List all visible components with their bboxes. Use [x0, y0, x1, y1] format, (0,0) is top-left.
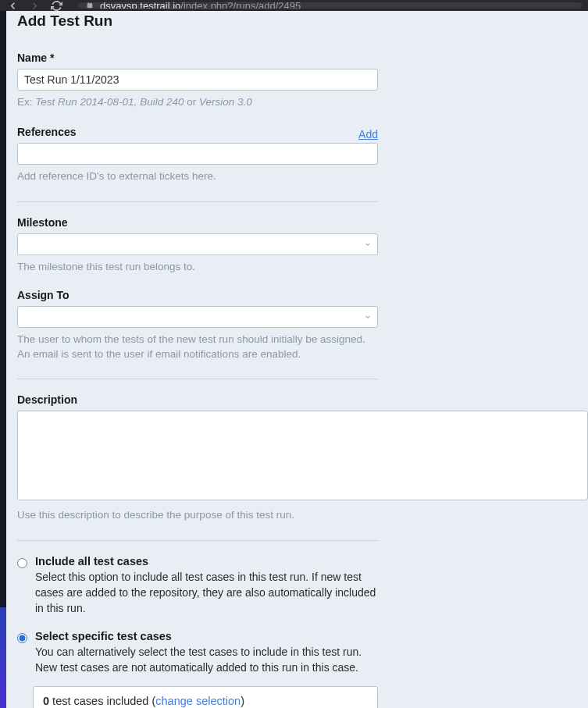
- left-nav-strip: [0, 11, 6, 708]
- description-help: Use this description to describe the pur…: [17, 508, 376, 523]
- name-input[interactable]: [17, 69, 378, 91]
- include-all-label: Include all test cases: [35, 555, 379, 567]
- browser-toolbar: dsvavsp.testrail.io/index.php?/runs/add/…: [0, 0, 588, 11]
- change-selection-link[interactable]: change selection: [155, 695, 241, 707]
- references-add-link[interactable]: Add: [358, 128, 378, 141]
- back-icon[interactable]: [6, 0, 19, 12]
- milestone-help: The milestone this test run belongs to.: [17, 260, 376, 275]
- page-title: Add Test Run: [17, 11, 588, 30]
- url-text: dsvavsp.testrail.io/index.php?/runs/add/…: [100, 2, 301, 9]
- description-label: Description: [17, 393, 588, 406]
- url-bar[interactable]: dsvavsp.testrail.io/index.php?/runs/add/…: [78, 2, 582, 9]
- milestone-select[interactable]: [17, 233, 378, 255]
- include-all-desc: Select this option to include all test c…: [35, 570, 379, 616]
- include-specific-label: Select specific test cases: [35, 630, 379, 642]
- assignto-label: Assign To: [17, 289, 588, 301]
- milestone-label: Milestone: [17, 216, 588, 229]
- references-help: Add reference ID's to external tickets h…: [17, 169, 376, 184]
- reload-icon[interactable]: [50, 0, 62, 12]
- references-label: References: [17, 126, 77, 138]
- lock-icon: [86, 2, 94, 9]
- references-input[interactable]: [17, 143, 378, 165]
- include-specific-desc: You can alternatively select the test ca…: [35, 645, 379, 675]
- divider: [17, 540, 378, 541]
- assignto-help: The user to whom the tests of the new te…: [17, 333, 376, 362]
- assignto-select[interactable]: [17, 306, 378, 328]
- include-all-radio[interactable]: [17, 558, 27, 568]
- divider: [17, 201, 378, 202]
- divider: [17, 379, 378, 379]
- selection-summary: 0 test cases included (change selection): [33, 686, 378, 708]
- include-specific-radio[interactable]: [17, 633, 27, 643]
- description-textarea[interactable]: [17, 411, 588, 500]
- name-help: Ex: Test Run 2014-08-01, Build 240 or Ve…: [17, 95, 376, 110]
- forward-icon[interactable]: [28, 0, 41, 12]
- name-label: Name *: [17, 52, 588, 64]
